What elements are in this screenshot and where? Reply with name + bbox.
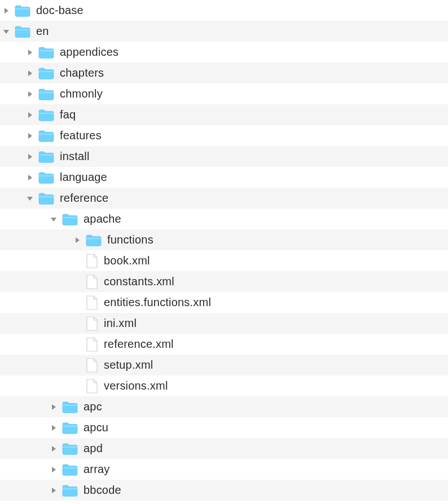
tree-item-label: book.xml (104, 254, 448, 267)
tree-row[interactable]: apcu (0, 417, 448, 438)
tree-row[interactable]: setup.xml (0, 355, 448, 375)
tree-row[interactable]: ini.xml (0, 313, 448, 334)
svg-marker-13 (52, 425, 56, 431)
folder-icon (38, 108, 54, 122)
file-icon (86, 295, 98, 310)
disclosure-spacer (72, 339, 82, 350)
file-icon (86, 316, 98, 331)
tree-row[interactable]: doc-base (0, 0, 448, 21)
folder-icon (38, 171, 54, 184)
disclosure-spacer (72, 277, 82, 287)
svg-marker-8 (28, 175, 32, 180)
file-tree: doc-base en appendices chapters chmonly … (0, 0, 448, 501)
tree-item-label: entities.functions.xml (104, 296, 448, 309)
folder-icon (38, 192, 54, 205)
folder-icon (62, 442, 78, 456)
tree-row[interactable]: apd (0, 438, 448, 459)
folder-icon (38, 129, 54, 143)
disclosure-closed-icon[interactable] (25, 173, 35, 183)
disclosure-closed-icon[interactable] (25, 89, 35, 99)
disclosure-open-icon[interactable] (1, 26, 11, 37)
tree-item-label: apcu (84, 421, 448, 434)
tree-item-label: en (36, 25, 448, 38)
disclosure-closed-icon[interactable] (49, 423, 59, 433)
tree-row[interactable]: features (0, 125, 448, 146)
folder-icon (86, 233, 102, 247)
file-icon (86, 379, 98, 394)
file-icon (86, 275, 98, 289)
folder-icon (15, 4, 30, 17)
disclosure-closed-icon[interactable] (49, 444, 59, 454)
tree-row[interactable]: versions.xml (0, 375, 448, 396)
svg-marker-1 (3, 30, 9, 34)
svg-marker-3 (28, 70, 32, 76)
tree-item-label: apache (84, 213, 448, 226)
disclosure-closed-icon[interactable] (25, 152, 35, 162)
tree-row[interactable]: bbcode (0, 480, 448, 501)
svg-marker-7 (28, 154, 32, 160)
folder-icon (38, 67, 54, 80)
folder-icon (62, 213, 78, 226)
tree-row[interactable]: reference.xml (0, 334, 448, 355)
svg-marker-12 (52, 404, 56, 410)
tree-row[interactable]: entities.functions.xml (0, 292, 448, 313)
tree-row[interactable]: install (0, 146, 448, 167)
tree-item-label: reference.xml (104, 338, 448, 351)
tree-row[interactable]: array (0, 459, 448, 480)
tree-row[interactable]: en (0, 21, 448, 42)
tree-row[interactable]: faq (0, 104, 448, 125)
svg-marker-16 (52, 488, 56, 493)
disclosure-closed-icon[interactable] (25, 68, 35, 78)
folder-icon (62, 421, 78, 435)
tree-row[interactable]: apache (0, 209, 448, 229)
tree-row[interactable]: apc (0, 396, 448, 417)
disclosure-spacer (72, 360, 82, 370)
svg-marker-14 (52, 446, 56, 452)
folder-icon (62, 463, 78, 476)
tree-item-label: faq (60, 108, 448, 121)
tree-row[interactable]: constants.xml (0, 271, 448, 292)
tree-row[interactable]: appendices (0, 42, 448, 63)
tree-item-label: features (60, 129, 448, 142)
disclosure-closed-icon[interactable] (25, 131, 35, 141)
tree-row[interactable]: chapters (0, 63, 448, 83)
tree-row[interactable]: chmonly (0, 83, 448, 104)
disclosure-closed-icon[interactable] (49, 402, 59, 412)
folder-icon (38, 150, 54, 163)
svg-marker-2 (28, 50, 32, 55)
disclosure-open-icon[interactable] (49, 214, 59, 224)
disclosure-spacer (72, 381, 82, 391)
tree-item-label: functions (107, 233, 448, 246)
disclosure-closed-icon[interactable] (25, 47, 35, 58)
tree-item-label: appendices (60, 46, 448, 59)
disclosure-open-icon[interactable] (25, 193, 35, 204)
file-icon (86, 254, 98, 268)
tree-row[interactable]: functions (0, 229, 448, 250)
tree-row[interactable]: reference (0, 188, 448, 209)
svg-marker-11 (76, 237, 80, 243)
tree-item-label: versions.xml (104, 379, 448, 392)
svg-marker-4 (28, 91, 32, 97)
folder-icon (38, 87, 54, 101)
disclosure-closed-icon[interactable] (49, 465, 59, 475)
disclosure-spacer (72, 256, 82, 266)
disclosure-closed-icon[interactable] (49, 485, 59, 496)
folder-icon (15, 25, 30, 38)
svg-marker-6 (28, 133, 32, 139)
tree-item-label: install (60, 150, 448, 163)
disclosure-closed-icon[interactable] (72, 235, 82, 245)
tree-item-label: doc-base (36, 4, 448, 17)
tree-item-label: apd (84, 442, 448, 455)
tree-row[interactable]: language (0, 167, 448, 188)
disclosure-closed-icon[interactable] (25, 110, 35, 120)
tree-item-label: constants.xml (104, 275, 448, 288)
svg-marker-10 (51, 218, 56, 222)
tree-item-label: bbcode (84, 484, 448, 497)
folder-icon (62, 484, 78, 497)
file-icon (86, 358, 98, 373)
disclosure-spacer (72, 298, 82, 308)
folder-icon (38, 46, 54, 59)
disclosure-closed-icon[interactable] (1, 6, 11, 16)
tree-row[interactable]: book.xml (0, 250, 448, 271)
svg-marker-15 (52, 467, 56, 472)
